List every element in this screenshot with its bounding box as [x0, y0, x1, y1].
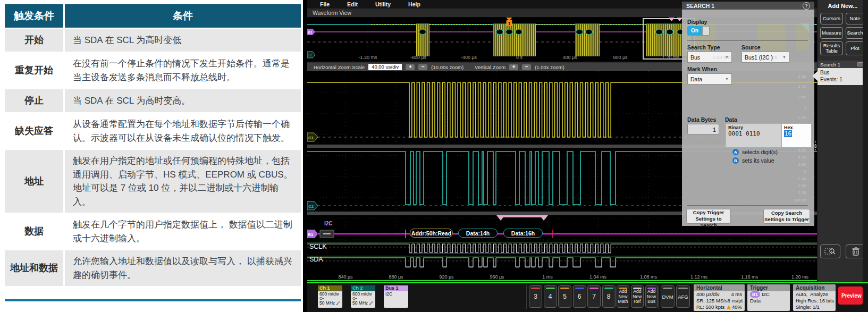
search1-result-events: Events: 1 [820, 76, 865, 83]
warning-icon [727, 305, 731, 309]
search-tools [818, 244, 868, 258]
add-new-title: Add New... [818, 0, 868, 12]
i2c-decode-addr: Addr:50h:Read [410, 229, 453, 238]
add-results-table-button[interactable]: Results Table [820, 41, 843, 55]
time-axis-label: 880 µs [389, 274, 403, 280]
source-dropdown[interactable]: Bus1 (I2C )▼ [741, 52, 789, 63]
horizontal-zoom-scale-value[interactable]: 40.00 us/div [368, 64, 402, 70]
search-panel-body: Display On Search Type Bus▼ Source Bus1 … [682, 10, 814, 226]
separator [687, 40, 808, 41]
trigger-condition-table: 触发条件 条件 开始当 SDA 在 SCL 为高时变低 重复开始在没有前一个停止… [0, 0, 303, 312]
trigger-type-cell: 地址和数据 [5, 250, 65, 286]
bandwidth-icon [369, 301, 373, 305]
display-toggle[interactable]: On [687, 26, 710, 36]
vertical-zoom-label: Vertical Zoom [475, 64, 505, 70]
add-new-ref-button[interactable]: Add New Ref [631, 285, 644, 308]
search-panel-pointer [812, 71, 818, 81]
ghost-waveform [757, 24, 785, 50]
condition-cell: 触发在几个字节的用户指定数据值上， 数据值以二进制或十六进制输入。 [65, 214, 301, 249]
channel-5-button[interactable]: 5 [558, 285, 571, 308]
table-row: 数据触发在几个字节的用户指定数据值上， 数据值以二进制或十六进制输入。 [5, 214, 301, 249]
svg-text:T: T [508, 21, 511, 26]
binary-label: Binary [728, 125, 779, 130]
preview-button[interactable]: Preview [838, 286, 863, 305]
condition-cell: 当 SDA 在 SCL 为高时变高。 [65, 89, 301, 112]
mark-when-label: Mark When [687, 66, 717, 72]
mark-when-dropdown[interactable]: Data▼ [687, 73, 732, 85]
copy-trigger-to-search-button[interactable]: Copy Trigger Settings to Search [686, 209, 731, 224]
channel-7-button[interactable]: 7 [587, 285, 601, 308]
oscilloscope-app: FileEditUtilityHelp Waveform View TB1C2 … [303, 0, 868, 312]
source-label: Source [741, 44, 761, 50]
bus1-badge-title: Bus 1 [384, 285, 408, 291]
time-axis-label: 1.20 ms [791, 274, 808, 280]
hex-value-field[interactable]: 16 [784, 130, 792, 137]
table-row: 重复开始在没有前一个停止条件的情况下发生开始条件。通常是当主设备发送多条消息而不… [5, 53, 301, 88]
add-search-button[interactable]: Search [846, 27, 864, 39]
overview-time-label: 400 µs [562, 55, 577, 60]
sidebar-edge [863, 0, 868, 282]
search-panel-header[interactable]: SEARCH 1 ? [682, 2, 814, 10]
toggle-knob[interactable] [702, 26, 710, 36]
trigger-type-cell: 数据 [5, 214, 65, 249]
trigger-settings-panel[interactable]: Trigger B1I2C Data [747, 284, 790, 311]
overview-time-label: 0 s [516, 55, 523, 60]
channel-color-stripe [604, 288, 613, 289]
ch2-badge[interactable]: Ch 2 600 m/div 50 MHz [351, 285, 375, 308]
zoom-to-event-button[interactable] [820, 244, 840, 258]
ch1-scale: 600 m/div [318, 291, 342, 297]
ch2-scale: 600 m/div [351, 291, 375, 297]
help-icon[interactable]: ? [803, 2, 810, 10]
add-new-math-button[interactable]: Add New Math [617, 285, 629, 308]
divider [658, 285, 659, 309]
overview-time-label: -1.20 ms [358, 55, 377, 60]
menu-help[interactable]: Help [408, 1, 420, 7]
channel-8-button[interactable]: 8 [602, 285, 616, 308]
acquisition-settings-panel[interactable]: Acquisition Auto, Analyze High Res: 16 b… [793, 284, 836, 311]
ghost-scale-label: 1.80 [788, 125, 806, 130]
color-stripe [619, 288, 627, 289]
channel-3-button[interactable]: 3 [529, 285, 542, 308]
add-measure-button[interactable]: Measure [820, 27, 843, 39]
ghost-scale-label: 4.20 [788, 155, 806, 159]
overview-time-label: 2 ms [766, 55, 777, 60]
divider [614, 285, 614, 309]
bus1-badge-card[interactable]: Bus 1 I2C [384, 285, 408, 308]
time-axis-label: 1.12 ms [690, 274, 707, 280]
data-bytes-input[interactable]: 1 [687, 124, 719, 134]
menu-utility[interactable]: Utility [375, 1, 391, 7]
horizontal-settings-panel[interactable]: Horizontal 400 µs/div4 ms SR: 125 MS/s8 … [694, 284, 745, 311]
add-note-button[interactable]: Note [846, 13, 864, 24]
sclk-label: SCLK [309, 243, 327, 250]
zoom-search-icon [824, 247, 836, 256]
menu-file[interactable]: File [320, 1, 330, 7]
time-axis-label: 920 µs [439, 274, 453, 280]
menu-edit[interactable]: Edit [347, 1, 358, 7]
dvm-button[interactable]: DVM [661, 285, 675, 308]
h-zoom-minus-button[interactable]: − [418, 64, 427, 70]
afg-button[interactable]: AFG [676, 285, 690, 308]
trigger-type-cell: 地址 [5, 150, 65, 213]
binary-value-field[interactable]: 0001 0110 [728, 130, 779, 137]
search1-result-item[interactable]: Bus Events: 1 [818, 68, 868, 85]
h-zoom-plus-button[interactable]: + [406, 64, 415, 70]
table-header-condition: 条件 [65, 4, 301, 28]
ch1-badge[interactable]: Ch 1 600 m/div 50 MHz [318, 285, 342, 308]
binary-section[interactable]: Binary 0001 0110 [726, 124, 781, 147]
add-plot-button[interactable]: Plot [846, 41, 864, 55]
add-new-bus-button[interactable]: Add New Bus [645, 285, 658, 308]
horizontal-zoom-scale-label: Horizontal Zoom Scale [314, 64, 365, 70]
v-zoom-minus-button[interactable]: − [522, 64, 531, 70]
condition-cell: 从设备通常配置为在每个地址和数据字节后传输一个确认。示波器可以在从设备未生成确认… [65, 113, 301, 149]
search1-section-header[interactable]: Search 1 [818, 61, 868, 68]
channel-color-stripe [589, 288, 599, 289]
v-zoom-plus-button[interactable]: + [509, 64, 518, 70]
add-cursors-button[interactable]: Cursors [820, 13, 843, 24]
channel-6-button[interactable]: 6 [573, 285, 586, 308]
channel-4-button[interactable]: 4 [544, 285, 557, 308]
copy-search-to-trigger-button[interactable]: Copy Search Settings to Trigger [763, 209, 810, 224]
table-row: 地址和数据允许您输入地址和数据值以及读取与写入， 以捕获感兴趣的确切事件。 [5, 250, 301, 286]
svg-text:C2: C2 [308, 53, 313, 57]
search1-config-panel: SEARCH 1 ? Display On Search Type Bus▼ [682, 2, 814, 226]
knob-a-icon: A [732, 149, 739, 155]
